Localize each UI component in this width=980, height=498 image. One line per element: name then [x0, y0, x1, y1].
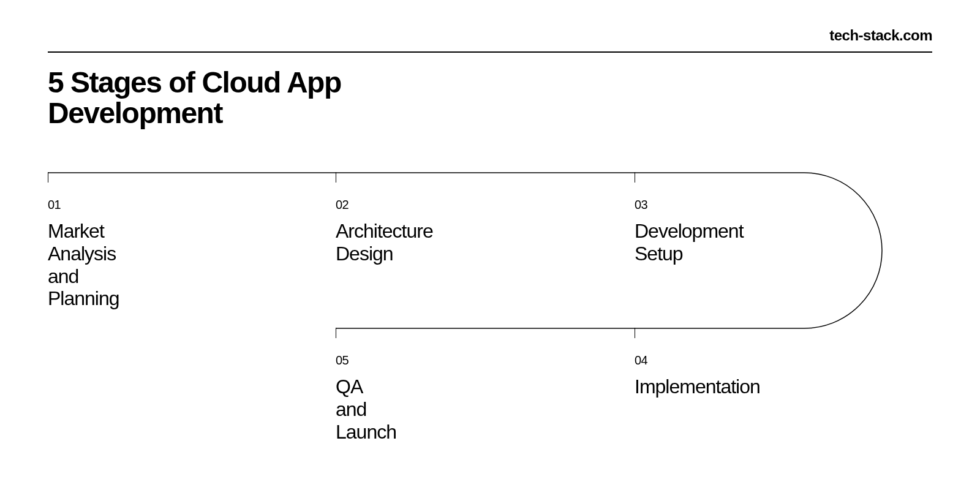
stage-number: 04: [635, 353, 647, 368]
stage-tick-icon: [635, 172, 635, 183]
stage-tick-icon: [635, 328, 635, 338]
stage-number: 05: [336, 353, 349, 368]
flow-path-icon: [48, 172, 932, 350]
stage-tick-icon: [48, 172, 48, 183]
diagram-title: 5 Stages of Cloud App Development: [48, 67, 341, 129]
stage-tick-icon: [336, 328, 336, 338]
stage-label: Development Setup: [635, 220, 744, 265]
stage-number: 02: [336, 198, 349, 212]
brand-text: tech-stack.com: [829, 27, 932, 44]
stage-label: Implementation: [635, 375, 760, 398]
page: tech-stack.com 5 Stages of Cloud App Dev…: [0, 0, 980, 498]
process-diagram: 01 Market Analysis and Planning 02 Archi…: [48, 172, 932, 454]
stage-label: Market Analysis and Planning: [48, 220, 119, 310]
header-divider: [48, 51, 932, 53]
stage-number: 03: [635, 198, 647, 212]
stage-label: QA and Launch: [336, 375, 396, 443]
stage-label: Architecture Design: [336, 220, 433, 265]
stage-number: 01: [48, 198, 61, 212]
stage-tick-icon: [336, 172, 336, 183]
